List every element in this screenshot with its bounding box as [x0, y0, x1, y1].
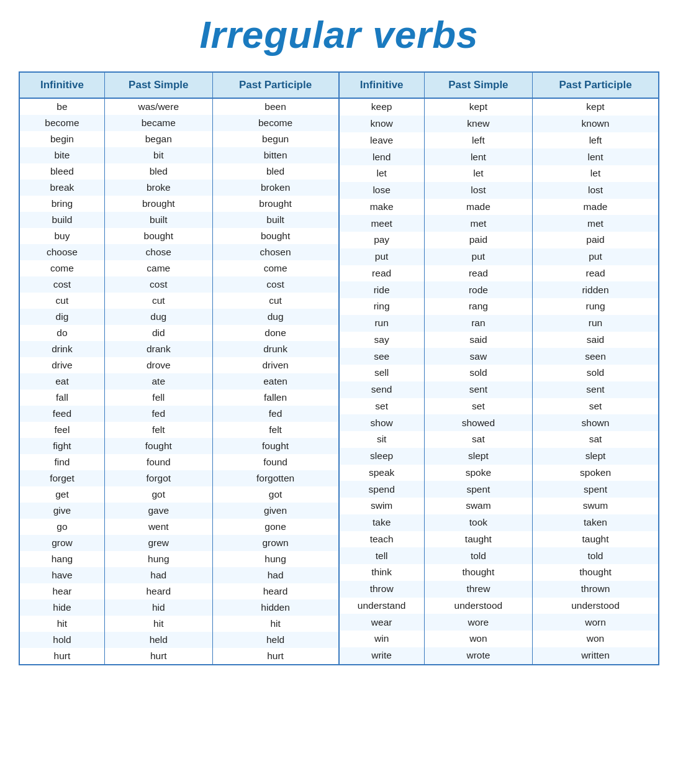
table-cell: said	[424, 332, 532, 349]
table-cell: hurt	[212, 648, 338, 664]
table-row: hanghunghung	[20, 551, 339, 567]
table-row: spendspentspent	[340, 481, 659, 498]
table-row: fightfoughtfought	[20, 438, 339, 454]
table-cell: fight	[20, 438, 104, 454]
table-row: teachtaughttaught	[340, 531, 659, 548]
table-cell: gave	[104, 503, 212, 519]
table-cell: seen	[533, 348, 658, 365]
table-cell: set	[533, 398, 658, 415]
table-row: choosechosechosen	[20, 244, 339, 260]
table-cell: grew	[104, 535, 212, 551]
table-cell: got	[104, 486, 212, 503]
table-row: buyboughtbought	[20, 228, 339, 244]
table-cell: broke	[104, 180, 212, 196]
table-cell: feed	[20, 406, 104, 422]
table-cell: forget	[20, 470, 104, 486]
table-row: eatateeaten	[20, 373, 339, 390]
table-cell: broken	[212, 180, 338, 196]
right-table: Infinitive Past Simple Past Participle k…	[340, 73, 659, 664]
table-row: hearheardheard	[20, 583, 339, 599]
table-cell: be	[20, 98, 104, 115]
table-cell: taught	[424, 531, 532, 548]
table-row: meetmetmet	[340, 215, 659, 232]
table-cell: dig	[20, 309, 104, 325]
table-cell: drank	[104, 341, 212, 357]
table-cell: hit	[20, 616, 104, 632]
table-cell: threw	[424, 581, 532, 598]
table-cell: fought	[212, 438, 338, 454]
table-cell: understood	[424, 598, 532, 614]
table-cell: come	[212, 260, 338, 276]
table-cell: see	[340, 348, 425, 365]
table-cell: thought	[424, 564, 532, 581]
table-cell: drink	[20, 341, 104, 357]
table-cell: make	[340, 199, 425, 216]
table-row: digdugdug	[20, 309, 339, 325]
table-cell: ran	[424, 315, 532, 332]
table-row: saysaidsaid	[340, 332, 659, 349]
table-cell: ride	[340, 281, 425, 298]
table-cell: taught	[533, 531, 658, 548]
table-cell: teach	[340, 531, 425, 548]
table-cell: did	[104, 325, 212, 341]
table-cell: let	[340, 165, 425, 182]
table-cell: came	[104, 260, 212, 276]
table-cell: keep	[340, 98, 425, 116]
table-cell: grow	[20, 535, 104, 551]
table-cell: lose	[340, 182, 425, 199]
table-row: drivedrovedriven	[20, 357, 339, 373]
table-cell: been	[212, 98, 338, 115]
table-cell: dug	[104, 309, 212, 325]
table-row: readreadread	[340, 265, 659, 282]
table-cell: win	[340, 631, 425, 647]
table-cell: spent	[533, 481, 658, 498]
left-header-infinitive: Infinitive	[20, 73, 104, 98]
table-cell: hit	[104, 616, 212, 632]
table-cell: spent	[424, 481, 532, 498]
table-cell: read	[533, 265, 658, 282]
table-cell: hit	[212, 616, 338, 632]
table-cell: do	[20, 325, 104, 341]
table-cell: know	[340, 116, 425, 132]
table-cell: hold	[20, 632, 104, 648]
left-table-body: bewas/werebeenbecomebecamebecomebeginbeg…	[20, 98, 339, 664]
table-cell: held	[212, 632, 338, 648]
table-cell: saw	[424, 348, 532, 365]
table-cell: took	[424, 514, 532, 531]
table-cell: begun	[212, 131, 338, 147]
table-row: setsetset	[340, 398, 659, 415]
table-cell: fed	[104, 406, 212, 422]
table-cell: found	[212, 454, 338, 470]
table-cell: bought	[104, 228, 212, 244]
table-cell: shown	[533, 414, 658, 431]
table-cell: become	[212, 115, 338, 131]
table-cell: showed	[424, 414, 532, 431]
table-row: bringbroughtbrought	[20, 196, 339, 212]
table-cell: bled	[212, 163, 338, 180]
table-row: forgetforgotforgotten	[20, 470, 339, 486]
table-row: leaveleftleft	[340, 132, 659, 149]
table-cell: became	[104, 115, 212, 131]
table-cell: brought	[104, 196, 212, 212]
table-row: winwonwon	[340, 631, 659, 647]
table-cell: built	[104, 212, 212, 228]
table-cell: paid	[424, 232, 532, 248]
table-cell: bite	[20, 147, 104, 163]
table-cell: heard	[104, 583, 212, 599]
table-cell: ridden	[533, 281, 658, 298]
left-table: Infinitive Past Simple Past Participle b…	[20, 73, 340, 664]
table-row: havehadhad	[20, 567, 339, 583]
table-cell: eaten	[212, 373, 338, 390]
table-row: becomebecamebecome	[20, 115, 339, 131]
table-row: bleedbledbled	[20, 163, 339, 180]
table-row: beginbeganbegun	[20, 131, 339, 147]
table-cell: buy	[20, 228, 104, 244]
table-cell: hid	[104, 599, 212, 616]
table-cell: have	[20, 567, 104, 583]
table-cell: give	[20, 503, 104, 519]
table-cell: fell	[104, 390, 212, 406]
table-cell: pay	[340, 232, 425, 248]
table-row: bitebitbitten	[20, 147, 339, 163]
table-row: feedfedfed	[20, 406, 339, 422]
table-cell: paid	[533, 232, 658, 248]
